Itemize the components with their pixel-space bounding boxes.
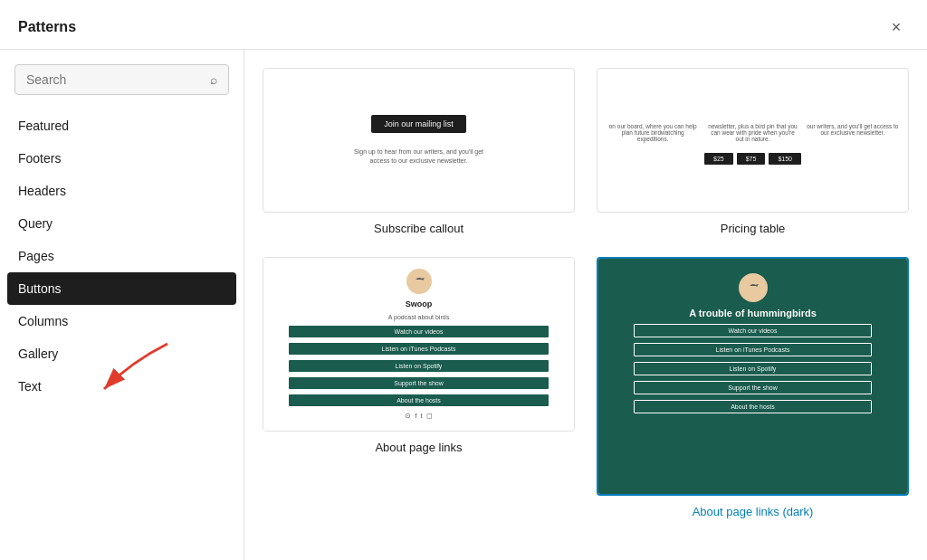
about-btn-2-light: Listen on iTunes Podcasts	[289, 343, 549, 355]
sidebar-item-columns[interactable]: Columns	[0, 305, 244, 337]
sidebar-item-text[interactable]: Text	[0, 370, 244, 403]
pattern-item-pricing[interactable]: on our board, where you can help plan fu…	[597, 68, 909, 235]
about-dark-content: A trouble of hummingbirds Watch our vide…	[598, 259, 907, 494]
subscribe-content: Join our mailing list Sign up to hear fr…	[263, 88, 574, 193]
about-dark-btn-5: About the hosts	[634, 400, 872, 413]
pattern-label-about-light: About page links	[263, 441, 575, 454]
about-dark-btn-4: Support the show	[634, 381, 872, 394]
pattern-label-pricing: Pricing table	[597, 222, 909, 235]
price-btn-3: $150	[769, 153, 801, 165]
bird-icon-light	[410, 272, 428, 290]
social-icon-circle: ⊙	[405, 412, 411, 420]
sidebar-item-headers[interactable]: Headers	[0, 175, 244, 207]
bird-icon-dark	[743, 278, 763, 298]
sidebar-nav: Featured Footers Headers Query Pages But…	[0, 109, 244, 560]
pattern-preview-pricing[interactable]: on our board, where you can help plan fu…	[597, 68, 909, 213]
price-btn-2: $75	[737, 153, 766, 165]
social-icon-twitter: t	[421, 412, 423, 420]
subscribe-button-preview: Join our mailing list	[371, 115, 466, 133]
pattern-label-subscribe: Subscribe callout	[263, 222, 575, 235]
about-dark-btn-1: Watch our videos	[634, 324, 872, 337]
patterns-grid: Join our mailing list Sign up to hear fr…	[263, 68, 909, 518]
pattern-preview-about-light[interactable]: Swoop A podcast about birds Watch our vi…	[263, 257, 575, 432]
pattern-label-about-dark: About page links (dark)	[597, 505, 909, 518]
about-btn-4-light: Support the show	[289, 377, 549, 389]
price-btn-1: $25	[704, 153, 733, 165]
about-dark-btn-3: Listen on Spotify	[634, 362, 872, 375]
pattern-item-about-dark[interactable]: A trouble of hummingbirds Watch our vide…	[597, 257, 909, 518]
sidebar-item-query[interactable]: Query	[0, 207, 244, 240]
about-title-light: Swoop	[406, 299, 433, 308]
about-light-content: Swoop A podcast about birds Watch our vi…	[263, 258, 574, 431]
modal-header: Patterns ×	[0, 0, 927, 50]
search-box[interactable]: ⌕	[14, 64, 229, 95]
about-subtitle-light: A podcast about birds	[388, 314, 449, 320]
pricing-content: on our board, where you can help plan fu…	[597, 107, 908, 174]
modal-title: Patterns	[18, 19, 76, 35]
pricing-col-2: newsletter, plus a bird pin that you can…	[706, 123, 798, 142]
search-input[interactable]	[26, 72, 203, 87]
patterns-modal: Patterns × ⌕ Featured Footers Headers Qu…	[0, 0, 927, 560]
close-button[interactable]: ×	[884, 14, 909, 40]
modal-body: ⌕ Featured Footers Headers Query Pages	[0, 50, 927, 560]
svg-point-1	[745, 281, 761, 294]
subscribe-text: Sign up to hear from our writers, and yo…	[347, 147, 492, 166]
about-title-dark: A trouble of hummingbirds	[689, 308, 817, 318]
content-area: Join our mailing list Sign up to hear fr…	[244, 50, 927, 560]
sidebar-item-footers[interactable]: Footers	[0, 142, 244, 175]
social-icon-facebook: f	[415, 412, 416, 420]
pattern-preview-subscribe[interactable]: Join our mailing list Sign up to hear fr…	[263, 68, 575, 213]
sidebar-item-pages[interactable]: Pages	[0, 240, 244, 272]
sidebar-item-buttons[interactable]: Buttons	[7, 272, 236, 305]
about-avatar-light	[406, 269, 432, 294]
pricing-col-3: our writers, and you'll get access to ou…	[807, 123, 899, 142]
social-icon-instagram: ◻	[426, 412, 433, 420]
about-btn-3-light: Listen on Spotify	[289, 360, 549, 372]
about-btn-1-light: Watch our videos	[289, 326, 549, 337]
about-btn-5-light: About the hosts	[289, 394, 549, 406]
pattern-preview-about-dark[interactable]: A trouble of hummingbirds Watch our vide…	[597, 257, 909, 496]
pricing-col-1: on our board, where you can help plan fu…	[607, 123, 699, 142]
about-avatar-dark	[739, 273, 768, 302]
pattern-item-subscribe[interactable]: Join our mailing list Sign up to hear fr…	[263, 68, 575, 235]
sidebar: ⌕ Featured Footers Headers Query Pages	[0, 50, 244, 560]
about-social-light: ⊙ f t ◻	[405, 412, 432, 420]
about-dark-btn-2: Listen on iTunes Podcasts	[634, 343, 872, 356]
pricing-buttons: $25 $75 $150	[607, 153, 899, 165]
pricing-columns: on our board, where you can help plan fu…	[607, 116, 899, 146]
sidebar-item-gallery[interactable]: Gallery	[0, 337, 244, 370]
svg-point-0	[412, 276, 426, 287]
sidebar-item-featured[interactable]: Featured	[0, 109, 244, 142]
search-icon: ⌕	[210, 72, 217, 87]
pattern-item-about-light[interactable]: Swoop A podcast about birds Watch our vi…	[263, 257, 575, 518]
